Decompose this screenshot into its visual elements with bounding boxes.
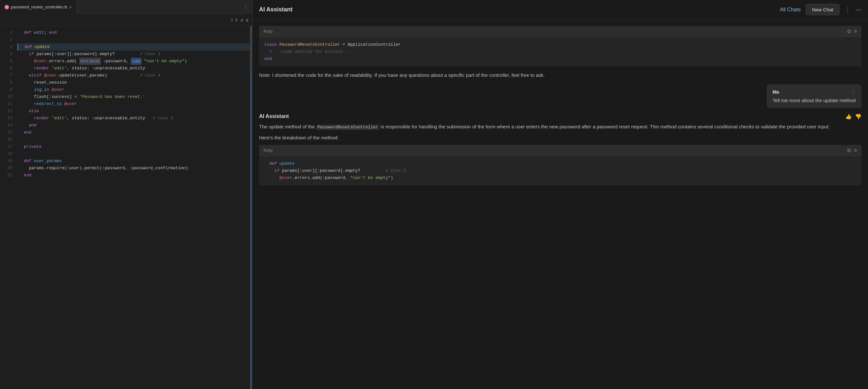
warning-indicator: ⚠ 3 [230,18,238,22]
code-line-16 [18,136,250,143]
code-block-2-line: if params[:user][:password].empty? # Cas… [264,167,856,174]
code-line-2 [18,36,250,44]
code-block-1-actions[interactable]: ⧉ ≡ [847,29,857,34]
user-message-menu[interactable]: ⋮ [850,89,856,95]
code-line-4: if params[:user][:password].empty? # Cas… [18,51,250,58]
code-line-5: @user.errors.add( attribute :password, t… [18,58,250,65]
ai-assistant-panel: AI Assistant All Chats New Chat ⋮ — Ruby… [253,0,868,389]
warning-count: 3 [235,18,238,22]
user-message: Me ⋮ Tell me more about the update metho… [767,84,862,108]
code-line-13: render 'edit', status: :unprocessable_en… [18,115,250,122]
line-numbers: 123456789101112131415161718192021 [0,26,16,389]
copy-icon[interactable]: ⧉ [847,29,851,34]
code-block-2-lang: Ruby [264,148,273,153]
code-block-2-body: def update if params[:user][:password].e… [259,156,862,186]
code-block-1-header: Ruby ⧉ ≡ [259,26,862,37]
copy-icon-2[interactable]: ⧉ [847,147,851,153]
ai-minimize-button[interactable]: — [856,6,862,13]
code-line-1: def edit; end [18,29,250,36]
ai-response-1-header: AI Assistant 👍 👎 [259,113,862,120]
ai-chat-area[interactable]: Ruby ⧉ ≡ class PasswordResetsController … [253,20,868,389]
code-line-20: params.require(:user).permit(:password, … [18,165,250,172]
thumbs-down-icon[interactable]: 👎 [855,113,862,120]
code-block-1-lang: Ruby [264,29,273,34]
code-block-2-line: @user.errors.add(:password, "can't be em… [264,174,856,182]
editor-tabs: rb password_resets_controller.rb × ⋮ [0,0,252,14]
thumbs-up-icon[interactable]: 👍 [845,113,852,120]
code-editor-content: 123456789101112131415161718192021 def ed… [0,26,252,389]
ai-note-text: Note: I shortened the code for the sake … [259,72,862,79]
tab-close-button[interactable]: × [69,4,71,10]
code-line-10: flash[:success] = 'Password has been res… [18,93,250,101]
code-line-3: def update [18,44,250,51]
editor-panel: rb password_resets_controller.rb × ⋮ ⚠ 3… [0,0,253,389]
new-chat-button[interactable]: New Chat [806,4,839,15]
code-line-9: log_in @user [18,86,250,93]
code-line-6: render 'edit', status: :unprocessable_en… [18,65,250,72]
code-line-19: def user_params [18,158,250,165]
ai-response-1: AI Assistant 👍 👎 The update method of th… [259,113,862,186]
ai-code-block-1: Ruby ⧉ ≡ class PasswordResetsController … [259,26,862,66]
code-line-7: elsif @user.update(user_params) # Case 4 [18,72,250,79]
code-line-8: reset_session [18,79,250,86]
code-line-21: end [18,172,250,179]
code-area[interactable]: def edit; end def update if params[:user… [16,26,250,389]
code-block-1-line: class PasswordResetsController < Applica… [264,41,856,48]
scrollbar-line [251,26,251,389]
ai-header: AI Assistant All Chats New Chat ⋮ — [253,0,868,20]
user-message-header: Me ⋮ [772,89,856,95]
user-message-text: Tell me more about the update method [772,97,856,104]
ai-code-block-2: Ruby ⧉ ≡ def update if params[:user][:pa… [259,145,862,186]
user-label: Me [772,89,779,95]
code-line-11: redirect_to @user [18,101,250,108]
editor-toolbar: ⚠ 3 ∧ ∨ [0,14,252,26]
arrow-up-icon[interactable]: ∧ [240,17,244,23]
file-icon: rb [4,5,9,9]
code-block-1-line: end [264,55,856,62]
code-block-2-actions[interactable]: ⧉ ≡ [847,147,857,153]
code-line-14: end [18,122,250,129]
code-block-2-header: Ruby ⧉ ≡ [259,145,862,156]
ai-header-menu-button[interactable]: ⋮ [845,6,850,13]
code-line-17: private [18,143,250,150]
editor-menu-button[interactable]: ⋮ [239,4,252,10]
code-block-1-line: # ...code omitted for brevity... [264,48,856,55]
ai-response-1-actions[interactable]: 👍 👎 [845,113,862,120]
all-chats-link[interactable]: All Chats [780,7,801,12]
ai-response-1-text: The update method of the PasswordResetsC… [259,123,862,131]
ai-response-breakdown-label: Here's the breakdown of the method: [259,134,862,142]
code-line-15: end [18,129,250,136]
editor-scrollbar[interactable] [250,26,252,389]
arrow-down-icon[interactable]: ∨ [245,17,249,23]
list-icon[interactable]: ≡ [854,29,857,34]
inline-code-1: PasswordResetsController [316,124,379,130]
navigation-arrows[interactable]: ∧ ∨ [240,17,249,23]
code-line-18 [18,150,250,158]
ai-panel-title: AI Assistant [259,6,775,13]
warning-icon: ⚠ [230,18,234,22]
tab-filename: password_resets_controller.rb [11,4,67,9]
editor-tab-file[interactable]: rb password_resets_controller.rb × [0,0,77,14]
ai-response-1-title: AI Assistant [259,113,289,119]
scrollbar-thumb[interactable] [250,32,252,71]
code-block-2-line: def update [264,160,856,167]
list-icon-2[interactable]: ≡ [854,147,857,153]
code-line-12: else [18,108,250,115]
code-block-1-body: class PasswordResetsController < Applica… [259,37,862,66]
